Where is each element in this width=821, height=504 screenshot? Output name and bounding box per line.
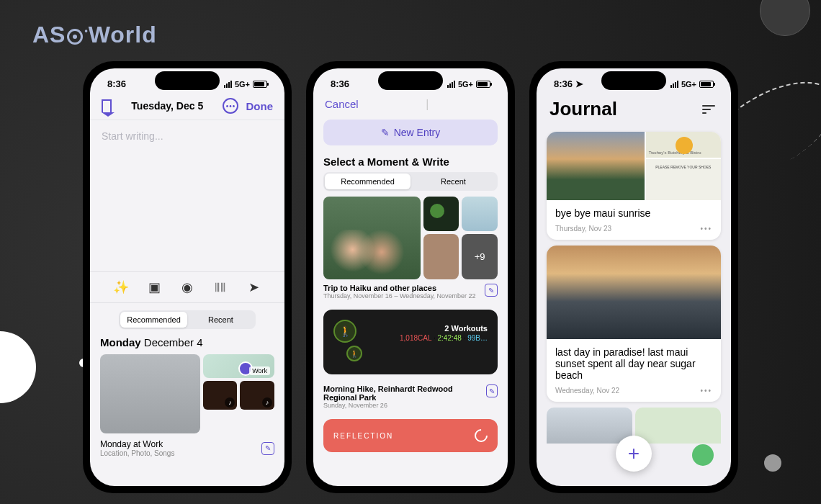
photo-thumbnail[interactable]: ♪: [203, 381, 238, 410]
compose-icon: ✎: [381, 127, 390, 138]
compose-icon[interactable]: ✎: [485, 284, 498, 297]
refresh-icon[interactable]: [472, 426, 490, 444]
tab-segment[interactable]: Recommended Recent: [323, 172, 498, 191]
location-icon[interactable]: ➤: [246, 279, 261, 295]
phone-mockup-1: 8:36 5G+ Tuesday, Dec 5 ••• Done Start w…: [83, 61, 292, 493]
photo-thumbnail[interactable]: [423, 234, 459, 279]
magic-icon[interactable]: ✨: [113, 279, 129, 295]
photo-thumbnail: [547, 246, 721, 339]
workout-card[interactable]: 🚶 🚶 2 Workouts 1,018CAL · 2:42:48 · 99B…: [323, 310, 498, 374]
more-icon[interactable]: •••: [223, 98, 238, 114]
audio-icon[interactable]: ⦀⦀: [212, 279, 228, 295]
entry-more-icon[interactable]: •••: [700, 225, 712, 233]
map-label: Work: [249, 366, 270, 375]
entry-date: Wednesday, Nov 22: [555, 387, 619, 395]
photo-thumbnail: [547, 132, 645, 200]
map-thumbnail: Twohey's Butchery & Bistro: [646, 132, 721, 158]
photo-thumbnail[interactable]: [100, 354, 200, 433]
status-time: 8:36: [107, 78, 126, 89]
filter-icon[interactable]: [702, 102, 718, 117]
tab-recent[interactable]: Recent: [187, 312, 254, 328]
entry-date: Tuesday, Dec 5: [131, 100, 203, 112]
editor-textarea[interactable]: Start writing...: [90, 120, 284, 271]
map-thumbnail[interactable]: [635, 408, 721, 444]
hiking-icon: 🚶: [333, 320, 356, 343]
compose-icon[interactable]: ✎: [261, 442, 274, 455]
trip-dates: Thursday, November 16 – Wednesday, Novem…: [323, 292, 476, 300]
hike-title: Morning Hike, Reinhardt Redwood Regional…: [323, 384, 486, 402]
camera-icon[interactable]: ◉: [179, 279, 195, 295]
decor-circle: [764, 454, 781, 472]
photo-icon[interactable]: ▣: [146, 279, 162, 295]
tab-segment[interactable]: Recommended Recent: [119, 310, 256, 329]
trip-title: Trip to Haiku and other places: [323, 284, 476, 292]
bookmark-icon[interactable]: [102, 99, 112, 112]
journal-entry[interactable]: Twohey's Butchery & Bistro PLEASE REMOVE…: [547, 132, 721, 240]
entry-more-icon[interactable]: •••: [700, 387, 712, 395]
journal-entry[interactable]: last day in paradise! last maui sunset s…: [547, 246, 721, 402]
entry-title: last day in paradise! last maui sunset s…: [547, 339, 721, 384]
workout-title: 2 Workouts: [400, 324, 488, 333]
new-entry-button[interactable]: ✎ New Entry: [323, 120, 498, 145]
hiking-icon: 🚶: [346, 346, 362, 361]
done-button[interactable]: Done: [246, 100, 273, 112]
activity-thumbnail[interactable]: [423, 197, 459, 231]
cancel-button[interactable]: Cancel: [325, 98, 359, 111]
tab-recommended[interactable]: Recommended: [325, 174, 410, 189]
reflection-card[interactable]: REFLECTION: [323, 419, 498, 452]
compose-icon[interactable]: ✎: [486, 384, 498, 397]
music-icon: ♪: [225, 397, 235, 408]
photo-thumbnail[interactable]: ♪: [240, 381, 274, 410]
tab-recommended[interactable]: Recommended: [120, 312, 187, 328]
location-fab[interactable]: [692, 444, 714, 466]
page-title: Journal: [549, 98, 617, 120]
photo-thumbnail: PLEASE REMOVE YOUR SHOES: [646, 159, 721, 201]
music-icon: ♪: [262, 397, 272, 408]
hike-date: Sunday, November 26: [323, 402, 486, 409]
map-thumbnail[interactable]: Work: [203, 354, 274, 378]
phone-mockup-3: 8:36 ➤ 5G+ Journal Twohey's Butchery & B…: [529, 61, 738, 493]
section-heading: Select a Moment & Write: [313, 148, 508, 172]
status-time: 8:36: [331, 78, 349, 89]
photo-thumbnail[interactable]: [323, 197, 421, 279]
tab-recent[interactable]: Recent: [410, 174, 496, 189]
photo-thumbnail[interactable]: [547, 408, 632, 444]
moment-subtitle: Location, Photo, Songs: [100, 449, 174, 457]
workout-stats: 1,018CAL · 2:42:48 · 99B…: [400, 334, 488, 342]
more-photos-button[interactable]: +9: [462, 234, 498, 279]
moment-title: Monday at Work: [100, 439, 174, 449]
entry-title: bye bye maui sunrise: [547, 200, 721, 222]
status-time: 8:36 ➤: [554, 78, 583, 89]
add-entry-fab[interactable]: +: [616, 436, 652, 472]
brand-logo: AS•World: [32, 22, 157, 48]
map-thumbnail[interactable]: [462, 197, 498, 231]
phone-mockup-2: 8:36 5G+ Cancel | ✎ New Entry Select a M…: [306, 61, 515, 493]
reflection-label: REFLECTION: [333, 432, 393, 440]
entry-date: Thursday, Nov 23: [555, 225, 611, 233]
day-heading: Monday December 4: [100, 336, 274, 348]
